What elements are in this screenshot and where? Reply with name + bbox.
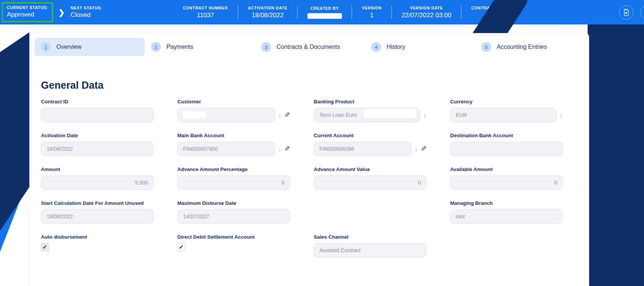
- customer-edit-icon[interactable]: ✎: [284, 112, 290, 118]
- field-activation-date: Activation Date: [41, 133, 154, 156]
- maximum-disburse-date-input[interactable]: [177, 209, 290, 224]
- auto-disbursement-checkbox[interactable]: ✓: [41, 243, 49, 251]
- field-maximum-disburse-date: Maximum Disburse Date: [177, 200, 290, 224]
- field-label: Activation Date: [41, 133, 154, 138]
- field-available-amount: Available Amount: [450, 166, 563, 190]
- stat-version: VERSION 1: [352, 6, 392, 19]
- tab-payments[interactable]: 2 Payments: [145, 38, 255, 56]
- amount-input[interactable]: [41, 176, 154, 190]
- field-contract-id: Contract ID: [41, 99, 154, 122]
- document-refresh-button[interactable]: [640, 5, 644, 20]
- status-chevron-icon: ❯: [58, 8, 65, 17]
- current-account-input[interactable]: [314, 142, 411, 156]
- field-label: Start Calculation Date For Amount Unused: [41, 200, 154, 206]
- field-label: Available Amount: [450, 166, 563, 172]
- field-customer: Customer ↓ ✎: [177, 99, 290, 122]
- field-label: Contract ID: [41, 99, 154, 104]
- current-account-edit-icon[interactable]: ✎: [421, 145, 426, 152]
- field-destination-bank-account: Destination Bank Account: [450, 133, 563, 156]
- contract-stats: CONTRACT NUMBER 11037 ACTIVATION DATE 18…: [173, 6, 531, 19]
- next-status-label: NEXT STATUS:: [71, 6, 102, 10]
- document-export-icon: [622, 8, 630, 17]
- stat-label: CONTRACT NUMBER: [183, 6, 228, 10]
- document-export-button[interactable]: [619, 5, 633, 20]
- field-auto-disbursement: Auto disbursement ✓: [41, 234, 154, 257]
- tab-accounting-entries[interactable]: 5 Accounting Entries: [475, 38, 585, 56]
- customer-dropdown-icon[interactable]: ↓: [278, 112, 281, 118]
- field-label: Current Account: [314, 133, 426, 138]
- field-label: Banking Product: [314, 99, 426, 104]
- field-label: Sales Channel: [314, 234, 426, 240]
- redacted-customer-value: [183, 111, 206, 118]
- banking-product-dropdown-icon[interactable]: ↓: [423, 112, 426, 118]
- current-status-label: CURRENT STATUS:: [7, 5, 48, 10]
- tab-history[interactable]: 4 History: [365, 38, 475, 56]
- redacted-banking-product-value: [364, 109, 416, 118]
- stat-label: ACTIVATION DATE: [248, 6, 287, 10]
- field-current-account: Current Account ↓ ✎: [314, 133, 426, 156]
- empty-grid-cell: [314, 200, 426, 224]
- field-label: Destination Bank Account: [450, 133, 563, 138]
- currency-input[interactable]: [450, 108, 556, 122]
- stat-version-date: VERSION DATE 22/07/2022 03:00: [392, 6, 461, 19]
- checkmark-icon: ✓: [179, 244, 184, 251]
- direct-debit-settlement-checkbox[interactable]: ✓: [177, 243, 185, 251]
- field-banking-product: Banking Product ↓: [314, 99, 426, 122]
- stat-value: 11037: [197, 12, 214, 19]
- tab-label: Accounting Entries: [497, 44, 547, 50]
- section-title: General Data: [41, 80, 589, 91]
- general-data-form: Contract ID Customer ↓ ✎ Banking Product: [41, 99, 589, 257]
- redacted-created-by-value: [307, 13, 342, 19]
- tab-label: Overview: [56, 44, 82, 50]
- empty-grid-cell: [450, 234, 563, 257]
- main-bank-account-dropdown-icon[interactable]: ↓: [278, 145, 281, 152]
- stat-value: 1: [370, 12, 373, 19]
- checkmark-icon: ✓: [42, 244, 47, 251]
- current-account-dropdown-icon[interactable]: ↓: [414, 145, 418, 152]
- activation-date-input[interactable]: [41, 142, 154, 156]
- stat-activation-date: ACTIVATION DATE 18/08/2022: [238, 6, 298, 19]
- stat-contract-number: CONTRACT NUMBER 11037: [173, 6, 238, 19]
- field-start-calculation-date: Start Calculation Date For Amount Unused: [41, 200, 154, 224]
- start-calculation-date-input[interactable]: [41, 209, 154, 224]
- destination-bank-account-input[interactable]: [450, 142, 563, 156]
- field-direct-debit-settlement-account: Direct Debit Settlement Account ✓: [177, 234, 290, 257]
- tab-number-badge: 1: [41, 42, 51, 52]
- left-navy-ribbon: [0, 32, 29, 231]
- field-label: Main Bank Account: [177, 133, 290, 138]
- available-amount-input[interactable]: [450, 176, 563, 190]
- field-label: Maximum Disburse Date: [177, 200, 290, 206]
- stat-created-by: CREATED BY: [298, 6, 352, 19]
- main-bank-account-input[interactable]: [177, 142, 275, 156]
- contract-id-input[interactable]: [41, 108, 154, 122]
- managing-branch-input[interactable]: [450, 209, 563, 224]
- field-advance-amount-value: Advance Amount Value: [314, 166, 426, 190]
- stat-label: VERSION DATE: [410, 6, 443, 10]
- tab-contracts-documents[interactable]: 3 Contracts & Documents: [255, 38, 365, 56]
- field-amount: Amount: [41, 166, 154, 190]
- tab-label: History: [387, 44, 405, 50]
- stat-label: CREATED BY: [310, 6, 339, 11]
- sales-channel-input[interactable]: [314, 243, 426, 257]
- currency-dropdown-icon[interactable]: ↓: [559, 112, 563, 118]
- field-label: Advance Amount Value: [314, 166, 426, 172]
- field-managing-branch: Managing Branch: [450, 200, 563, 224]
- field-label: Currency: [450, 99, 563, 104]
- current-status-box: CURRENT STATUS: Approved: [2, 2, 53, 22]
- stat-value: 18/08/2022: [252, 12, 284, 19]
- tab-overview[interactable]: 1 Overview: [35, 38, 145, 56]
- next-status-box: NEXT STATUS: Closed: [71, 6, 102, 19]
- contract-detail-card: 1 Overview 2 Payments 3 Contracts & Docu…: [29, 33, 589, 286]
- right-navy-band: [588, 19, 644, 286]
- field-label: Managing Branch: [450, 200, 563, 206]
- main-bank-account-edit-icon[interactable]: ✎: [284, 145, 290, 152]
- field-label: Customer: [177, 99, 290, 104]
- field-advance-amount-percentage: Advance Amount Percentage: [177, 166, 290, 190]
- next-status-value: Closed: [71, 11, 102, 19]
- stat-value: 22/07/2022 03:00: [402, 12, 451, 19]
- tab-label: Payments: [166, 44, 193, 50]
- advance-amount-percentage-input[interactable]: [177, 176, 290, 190]
- advance-amount-value-input[interactable]: [314, 176, 426, 190]
- field-sales-channel: Sales Channel: [314, 234, 426, 257]
- field-currency: Currency ↓: [450, 99, 563, 122]
